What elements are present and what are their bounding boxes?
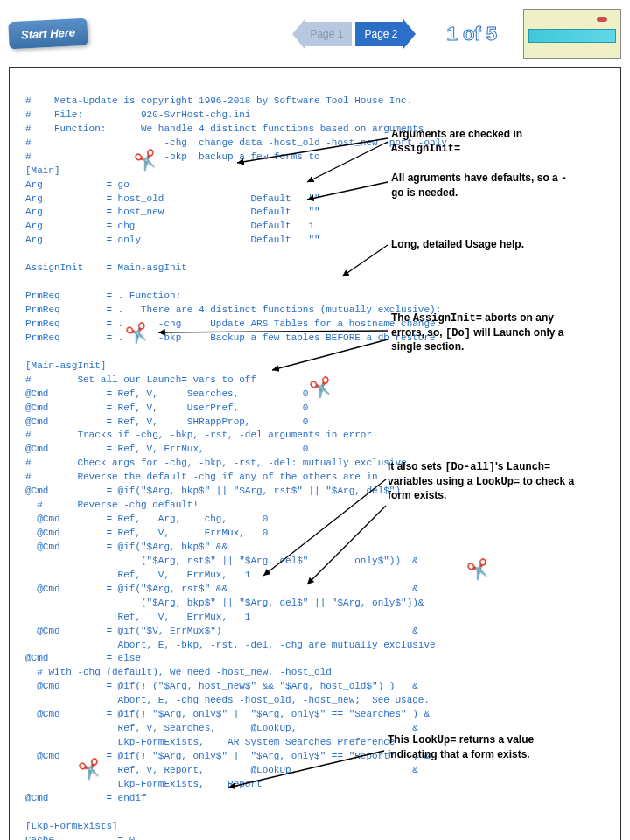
next-page-button[interactable]: Page 2 bbox=[355, 22, 402, 46]
page-nav: Page 1 Page 2 bbox=[304, 22, 402, 46]
code-listing: # Meta-Update is copyright 1996-2018 by … bbox=[25, 95, 447, 840]
page-thumbnail[interactable] bbox=[523, 9, 621, 59]
annotation-assigninit-aborts: The AssignInit= aborts on any errors, so… bbox=[391, 312, 584, 354]
annotation-usage-help: Long, detailed Usage help. bbox=[391, 238, 575, 252]
scissors-icon: ✂️ bbox=[465, 556, 494, 587]
annotation-lookup-returns: This LookUp= returns a value indicating … bbox=[388, 733, 580, 761]
svg-line-5 bbox=[272, 340, 388, 370]
annotation-defaults: All agruments have defaults, so a -go is… bbox=[391, 172, 575, 200]
svg-line-7 bbox=[307, 506, 386, 584]
start-here-button[interactable]: Start Here bbox=[8, 18, 88, 50]
svg-line-3 bbox=[342, 245, 388, 276]
prev-page-button[interactable]: Page 1 bbox=[304, 22, 352, 46]
page-counter: 1 of 5 bbox=[447, 23, 497, 46]
annotation-do-all: It also sets [Do-all]'s Launch= variable… bbox=[388, 460, 580, 503]
top-bar: Start Here Page 1 Page 2 1 of 5 bbox=[9, 9, 621, 59]
scissors-icon: ✂️ bbox=[307, 374, 336, 405]
annotation-args-checked: Arguments are checked in AssignInit= bbox=[391, 128, 575, 156]
document-page: # Meta-Update is copyright 1996-2018 by … bbox=[9, 67, 621, 840]
